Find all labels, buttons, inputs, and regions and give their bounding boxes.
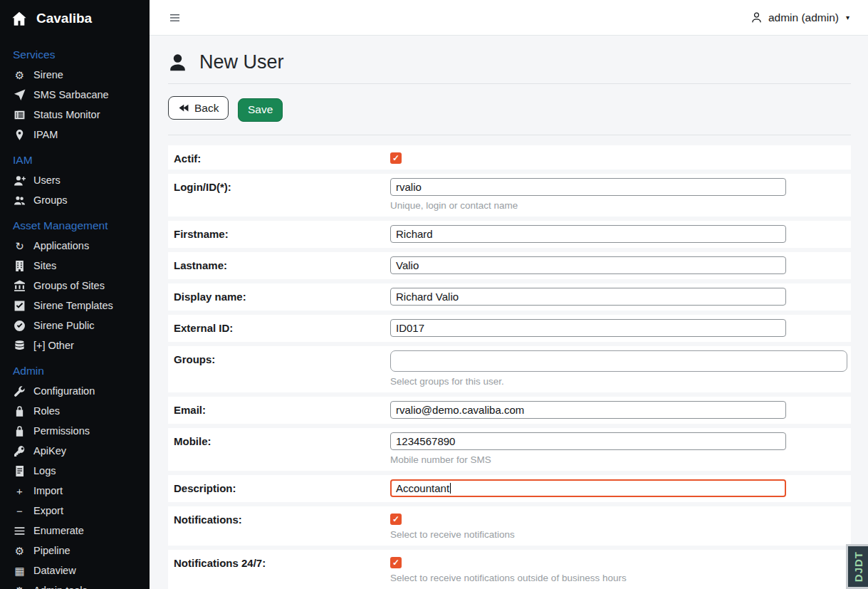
form-row-email: Email:rvalio@demo.cavaliba.com bbox=[168, 397, 851, 424]
sidebar-item-label: Groups bbox=[33, 194, 68, 207]
sidebar-item-label: Sirene bbox=[33, 69, 63, 81]
sidebar-item-label: Users bbox=[33, 174, 61, 187]
sidebar-item-label: IPAM bbox=[33, 129, 58, 141]
sidebar-item-export[interactable]: −Export bbox=[0, 501, 150, 521]
sidebar-item-configuration[interactable]: Configuration bbox=[0, 381, 150, 401]
database-icon bbox=[14, 340, 26, 352]
display-name-input[interactable]: Richard Valio bbox=[390, 288, 786, 306]
account-label: admin (admin) bbox=[768, 11, 839, 24]
sidebar-item-status-monitor[interactable]: Status Monitor bbox=[0, 105, 150, 125]
sidebar-item-label: Dataview bbox=[33, 565, 76, 577]
sidebar-item-roles[interactable]: Roles bbox=[0, 401, 150, 421]
form-row-display-name: Display name:Richard Valio bbox=[168, 283, 851, 311]
geo-pin-icon bbox=[14, 129, 26, 141]
description-control: Accountant bbox=[390, 479, 845, 497]
sidebar-item-groups-of-sites[interactable]: Groups of Sites bbox=[0, 276, 150, 296]
minus-icon: − bbox=[14, 505, 26, 517]
form-row-login-id: Login/ID(*):rvalioUnique, login or conta… bbox=[168, 174, 851, 217]
email-control: rvalio@demo.cavaliba.com bbox=[390, 401, 845, 419]
sidebar-item-applications[interactable]: ↻Applications bbox=[0, 236, 150, 256]
form-row-external-id: External ID:ID017 bbox=[168, 315, 851, 342]
sidebar-item-logs[interactable]: Logs bbox=[0, 461, 150, 481]
brand[interactable]: Cavaliba bbox=[0, 0, 150, 39]
caret-down-icon: ▾ bbox=[846, 14, 849, 21]
sidebar-item-sirene[interactable]: ⚙Sirene bbox=[0, 65, 150, 85]
topbar: admin (admin) ▾ bbox=[150, 0, 868, 36]
mobile-input[interactable]: 1234567890 bbox=[390, 432, 786, 450]
firstname-control: Richard bbox=[390, 225, 845, 243]
account-menu[interactable]: admin (admin) ▾ bbox=[751, 11, 849, 24]
check-square-icon bbox=[14, 300, 26, 312]
sidebar-item-other[interactable]: [+] Other bbox=[0, 335, 150, 355]
login-id-input[interactable]: rvalio bbox=[390, 178, 786, 196]
sidebar-item-groups[interactable]: Groups bbox=[0, 190, 150, 210]
sidebar-item-label: Import bbox=[33, 485, 63, 497]
sidebar-item-sms-sarbacane[interactable]: SMS Sarbacane bbox=[0, 85, 150, 105]
sidebar-item-sirene-public[interactable]: Sirene Public bbox=[0, 316, 150, 335]
lock-keypad-icon bbox=[14, 405, 26, 417]
sidebar-item-label: Enumerate bbox=[33, 525, 84, 537]
sidebar-item-permissions[interactable]: Permissions bbox=[0, 421, 150, 441]
form-row-actif: Actif:✓ bbox=[168, 145, 851, 170]
sidebar-item-users[interactable]: Users bbox=[0, 170, 150, 190]
page-header: New User bbox=[168, 46, 851, 83]
sidebar-item-dataview[interactable]: ▦Dataview bbox=[0, 561, 150, 580]
hamburger-menu-icon[interactable] bbox=[168, 12, 182, 24]
groups-help-text: Select groups for this user. bbox=[390, 376, 847, 387]
divider bbox=[168, 135, 851, 135]
email-label: Email: bbox=[174, 401, 390, 416]
building-icon bbox=[14, 260, 26, 272]
external-id-input[interactable]: ID017 bbox=[390, 319, 786, 337]
back-button[interactable]: Back bbox=[168, 96, 229, 120]
sidebar-item-sites[interactable]: Sites bbox=[0, 256, 150, 276]
login-id-help-text: Unique, login or contact name bbox=[390, 200, 845, 212]
sidebar-item-label: Sirene Public bbox=[33, 320, 94, 332]
groups-control: Select groups for this user. bbox=[390, 350, 847, 387]
person-fill-icon bbox=[168, 53, 187, 72]
sidebar-item-enumerate[interactable]: Enumerate bbox=[0, 521, 150, 541]
notifications-24-7-checkbox[interactable]: ✓ bbox=[390, 557, 402, 568]
description-input[interactable]: Accountant bbox=[390, 479, 786, 497]
form-row-description: Description:Accountant bbox=[168, 475, 851, 502]
sidebar-item-label: ApiKey bbox=[33, 445, 66, 457]
people-icon bbox=[14, 194, 26, 207]
form-row-firstname: Firstname:Richard bbox=[168, 221, 851, 248]
key-icon bbox=[14, 445, 26, 457]
actif-label: Actif: bbox=[174, 150, 390, 165]
notifications-checkbox[interactable]: ✓ bbox=[390, 514, 402, 525]
brand-name: Cavaliba bbox=[36, 11, 92, 26]
notifications-control: ✓Select to receive notifications bbox=[390, 511, 845, 541]
form-row-mobile: Mobile:1234567890Mobile number for SMS bbox=[168, 428, 851, 471]
form-row-notifications: Notifications:✓Select to receive notific… bbox=[168, 506, 851, 546]
sidebar-item-ipam[interactable]: IPAM bbox=[0, 125, 150, 145]
lastname-input[interactable]: Valio bbox=[390, 256, 786, 274]
groups-input[interactable] bbox=[390, 350, 847, 372]
sidebar-item-label: SMS Sarbacane bbox=[33, 89, 109, 101]
sidebar-item-label: Sirene Templates bbox=[33, 300, 113, 312]
sidebar-item-import[interactable]: +Import bbox=[0, 481, 150, 501]
person-outline-icon bbox=[751, 11, 763, 24]
display-name-label: Display name: bbox=[174, 288, 390, 303]
sidebar-item-label: Admin tools bbox=[33, 585, 88, 589]
actif-control: ✓ bbox=[390, 150, 845, 164]
sidebar-item-admin-tools[interactable]: ⚙Admin tools bbox=[0, 580, 150, 589]
sidebar-item-sirene-templates[interactable]: Sirene Templates bbox=[0, 296, 150, 316]
actif-checkbox[interactable]: ✓ bbox=[390, 152, 402, 164]
new-user-form: Actif:✓Login/ID(*):rvalioUnique, login o… bbox=[168, 145, 851, 589]
sidebar-item-apikey[interactable]: ApiKey bbox=[0, 441, 150, 461]
email-input[interactable]: rvalio@demo.cavaliba.com bbox=[390, 401, 786, 419]
sidebar-item-label: Roles bbox=[33, 405, 60, 417]
gears-icon: ⚙ bbox=[14, 545, 26, 557]
sidebar: Cavaliba Services⚙SireneSMS SarbacaneSta… bbox=[0, 0, 150, 589]
notifications-help-text: Select to receive notifications bbox=[390, 529, 845, 541]
lastname-control: Valio bbox=[390, 256, 845, 274]
sidebar-item-pipeline[interactable]: ⚙Pipeline bbox=[0, 541, 150, 561]
page-title: New User bbox=[199, 51, 284, 73]
sidebar-item-label: Status Monitor bbox=[33, 109, 100, 121]
sidebar-item-label: Logs bbox=[33, 465, 56, 477]
djdt-toolbar-handle[interactable]: DJDT bbox=[846, 544, 868, 589]
sidebar-section-iam: IAM bbox=[0, 145, 150, 170]
save-button[interactable]: Save bbox=[238, 98, 283, 122]
firstname-input[interactable]: Richard bbox=[390, 225, 786, 243]
sidebar-section-asset-management: Asset Management bbox=[0, 210, 150, 236]
